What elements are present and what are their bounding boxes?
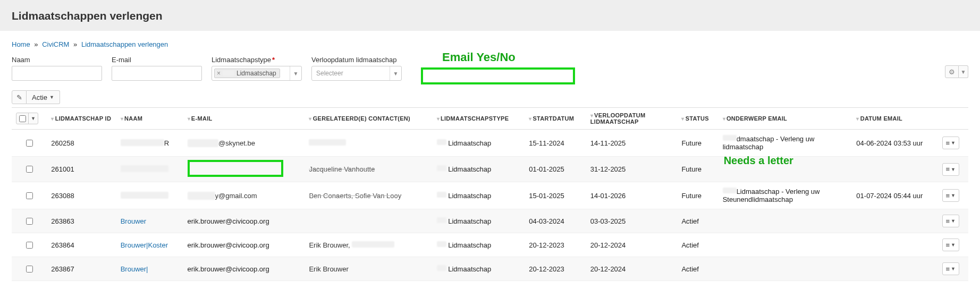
row-menu-button[interactable]: ≡▼ [942, 137, 959, 149]
row-menu-button[interactable]: ≡▼ [942, 163, 959, 176]
cell-datum-email [852, 157, 937, 182]
th-verloop[interactable]: VERLOOPDATUM LIDMAATSCHAP [590, 112, 646, 125]
cell-datum-email [852, 233, 937, 257]
cell-id: 263864 [47, 233, 116, 257]
settings-dropdown[interactable]: ▼ [959, 65, 968, 78]
settings-button[interactable]: ⚙ [945, 65, 959, 78]
annotation-filter-box [421, 67, 575, 84]
cell-email: xxxxxxxxy@gmail.com [183, 182, 305, 209]
chevron-down-icon: ▼ [951, 167, 956, 172]
cell-naam: xxxxxxxxxx [116, 157, 183, 182]
filter-email-input[interactable] [112, 66, 202, 81]
table-row: 261001xxxxxxxxxxJacqueline Vanhouttexx L… [12, 157, 968, 182]
chevron-down-icon: ▼ [951, 242, 956, 248]
cell-verloopdatum: 20-12-2024 [586, 233, 678, 257]
row-checkbox[interactable] [26, 166, 33, 173]
filter-naam-input[interactable] [12, 66, 102, 81]
chevron-down-icon: ▼ [951, 266, 956, 271]
page-title: Lidmaatschappen verlengen [12, 10, 968, 22]
cell-naam: Brouwer [116, 209, 183, 233]
cell-type: xx Lidmaatschap [433, 130, 525, 157]
edit-button[interactable]: ✎ [12, 90, 27, 104]
th-status[interactable]: STATUS [686, 115, 709, 122]
cell-datum-email [852, 257, 937, 281]
cell-verloopdatum: 03-03-2025 [586, 209, 678, 233]
table-row: 263088xxxxxxxxxxxxxxxxxxy@gmail.comBen C… [12, 182, 968, 209]
filter-type-label: Lidmaatschapstype* [212, 56, 302, 64]
cell-datum-email [852, 209, 937, 233]
table-row: 263863Brouwererik.brouwer@civicoop.orgxx… [12, 209, 968, 233]
select-all-control[interactable]: ▼ [16, 113, 38, 124]
filter-type-select[interactable]: × xx Lidmaatschap ▼ [212, 66, 302, 81]
row-checkbox[interactable] [26, 192, 33, 199]
th-type[interactable]: LIDMAATSCHAPSTYPE [441, 115, 509, 122]
filter-email-label: E-mail [112, 56, 202, 64]
filter-type: Lidmaatschapstype* × xx Lidmaatschap ▼ [212, 56, 302, 81]
cell-verloopdatum: 14-11-2025 [586, 130, 678, 157]
cell-naam: Brouwer|Koster [116, 233, 183, 257]
select-all-checkbox[interactable] [19, 115, 26, 122]
cell-email [183, 157, 305, 182]
row-menu-button[interactable]: ≡▼ [942, 215, 959, 227]
filter-verloop-label: Verloopdatum lidmaatschap [311, 56, 402, 64]
th-id[interactable]: LIDMAATSCHAP ID [55, 115, 112, 122]
cell-id: 263863 [47, 209, 116, 233]
th-onderwerp[interactable]: ONDERWERP EMAIL [726, 115, 787, 122]
pencil-icon: ✎ [16, 93, 22, 101]
row-checkbox[interactable] [26, 242, 33, 249]
list-icon: ≡ [945, 140, 950, 147]
cell-gerelateerd: xxxxxxxx [305, 130, 432, 157]
cell-email: erik.brouwer@civicoop.org [183, 257, 305, 281]
cell-id: 263867 [47, 257, 116, 281]
list-icon: ≡ [945, 192, 950, 199]
cell-type: xx Lidmaatschap [433, 233, 525, 257]
chevron-down-icon[interactable]: ▼ [390, 66, 401, 80]
row-menu-button[interactable]: ≡▼ [942, 239, 959, 251]
th-email[interactable]: E-MAIL [191, 115, 213, 122]
actie-button[interactable]: Actie ▼ [27, 90, 60, 104]
cell-type: xx Lidmaatschap [433, 257, 525, 281]
chevron-down-icon[interactable]: ▼ [290, 66, 301, 80]
th-gerel[interactable]: GERELATEERD(E) CONTACT(EN) [313, 115, 410, 122]
row-menu-button[interactable]: ≡▼ [942, 262, 959, 275]
breadcrumb: Home » CiviCRM » Lidmaatschappen verleng… [12, 40, 968, 48]
cell-email: erik.brouwer@civicoop.org [183, 233, 305, 257]
breadcrumb-civicrm[interactable]: CiviCRM [42, 40, 69, 48]
cell-onderwerp [719, 233, 852, 257]
contact-link[interactable]: Brouwer| [121, 265, 148, 273]
results-table: ▼ ▾LIDMAATSCHAP ID ▾NAAM ▾E-MAIL ▾GERELA… [12, 107, 968, 281]
table-row: 263864Brouwer|Kostererik.brouwer@civicoo… [12, 233, 968, 257]
th-datum-email[interactable]: DATUM EMAIL [860, 115, 902, 122]
cell-gerelateerd: Erik Brouwer [305, 257, 432, 281]
row-menu-button[interactable]: ≡▼ [942, 189, 959, 202]
cell-gerelateerd: Erik Brouwer, xxxxxxxx [305, 233, 432, 257]
row-checkbox[interactable] [26, 266, 33, 273]
cell-status: Future [677, 130, 718, 157]
list-icon: ≡ [945, 242, 950, 249]
cell-type: xx Lidmaatschap [433, 209, 525, 233]
list-icon: ≡ [945, 166, 950, 173]
cell-onderwerp: Needs a letter [719, 157, 852, 182]
chevron-down-icon: ▼ [49, 95, 54, 100]
cell-id: 263088 [47, 182, 116, 209]
table-row: 260258xxxxxxxxRxxxxxxxxx@skynet.bexxxxxx… [12, 130, 968, 157]
contact-link[interactable]: Brouwer [121, 217, 146, 225]
table-row: 263867Brouwer|erik.brouwer@civicoop.orgE… [12, 257, 968, 281]
breadcrumb-sep: » [73, 40, 77, 48]
th-naam[interactable]: NAAM [124, 115, 142, 122]
remove-tag-icon[interactable]: × [217, 70, 221, 77]
row-checkbox[interactable] [26, 140, 33, 147]
actie-label: Actie [32, 93, 47, 101]
annotation-empty-email-box [188, 160, 283, 177]
row-checkbox[interactable] [26, 218, 33, 225]
contact-link[interactable]: Brouwer|Koster [121, 241, 168, 249]
cell-gerelateerd [305, 209, 432, 233]
select-all-dropdown[interactable]: ▼ [28, 113, 38, 124]
th-start[interactable]: STARTDATUM [533, 115, 574, 122]
breadcrumb-current[interactable]: Lidmaatschappen verlengen [81, 40, 168, 48]
filter-verloop-placeholder: Selecteer [312, 70, 348, 77]
chevron-down-icon: ▼ [951, 140, 956, 146]
breadcrumb-home[interactable]: Home [12, 40, 30, 48]
cell-datum-email: 01-07-2024 05:44 uur [852, 182, 937, 209]
filter-verloop-select[interactable]: Selecteer ▼ [311, 66, 402, 81]
